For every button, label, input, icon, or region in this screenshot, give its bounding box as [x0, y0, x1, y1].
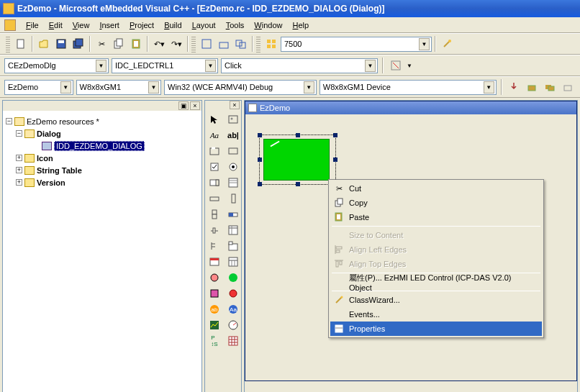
combobox-tool[interactable] [207, 176, 222, 190]
close-icon[interactable]: × [230, 101, 240, 109]
resize-handle[interactable] [296, 133, 300, 137]
sdk-combo[interactable]: W8x8xGM1▼ [76, 80, 161, 95]
edit-tool[interactable]: ab| [225, 128, 241, 142]
paste-button[interactable] [128, 36, 144, 52]
slider-tool[interactable] [207, 223, 222, 237]
tree-toggle[interactable]: − [16, 130, 22, 137]
checkbox-tool[interactable] [207, 160, 222, 174]
menu-edit[interactable]: Edit [45, 19, 67, 31]
resource-tree[interactable]: −EzDemo resources * −Dialog IDD_EZDEMO_D… [3, 111, 201, 193]
gauge-tool[interactable] [225, 318, 241, 332]
label-tool[interactable]: ab [207, 302, 222, 316]
wand-button[interactable] [439, 36, 455, 52]
output-button[interactable] [216, 36, 232, 52]
groupbox-tool[interactable] [207, 144, 222, 158]
menu-insert[interactable]: Insert [95, 19, 124, 31]
ctx-classwizard[interactable]: ClassWizard... [330, 293, 542, 307]
svg-point-32 [232, 165, 235, 168]
tree-toggle[interactable]: + [16, 167, 22, 173]
menu-tools[interactable]: Tools [222, 19, 249, 31]
tile-button[interactable] [263, 36, 279, 52]
tree-toggle[interactable]: − [6, 118, 12, 124]
dialog-designer[interactable]: EzDemo ✂Cut Copy Paste Size to Content A… [244, 100, 578, 392]
toolbar-grip[interactable] [256, 35, 260, 53]
listbox-tool[interactable] [225, 176, 241, 190]
menu-build[interactable]: Build [160, 19, 186, 31]
progress-tool[interactable] [225, 207, 241, 222]
menu-view[interactable]: View [68, 19, 94, 31]
static-text-tool[interactable]: Aa [207, 128, 222, 142]
led-tool[interactable] [225, 270, 241, 285]
custom-tool[interactable] [207, 270, 222, 285]
rebuild-button[interactable] [543, 79, 558, 95]
datetime-tool[interactable] [207, 255, 222, 269]
toolbar-grip[interactable] [191, 35, 196, 53]
menu-project[interactable]: Project [125, 19, 158, 31]
action-button[interactable] [388, 58, 404, 73]
monthcal-tool[interactable] [225, 255, 241, 269]
dialog-client[interactable]: ✂Cut Copy Paste Size to Content Align Le… [245, 114, 576, 380]
menu-help[interactable]: Help [289, 19, 314, 31]
toolbar-grip[interactable] [6, 35, 10, 53]
workspace-button[interactable] [199, 36, 214, 52]
device-combo[interactable]: W8x8xGM1 Device▼ [320, 80, 497, 95]
download-button[interactable] [507, 79, 522, 95]
ctx-cut[interactable]: ✂Cut [330, 181, 542, 196]
radio-tool[interactable] [225, 160, 241, 174]
save-button[interactable] [53, 36, 69, 52]
button-tool[interactable] [225, 144, 241, 158]
ctx-copy[interactable]: Copy [330, 196, 542, 210]
cut-button[interactable]: ✂ [94, 36, 109, 52]
hscroll-tool[interactable] [207, 191, 222, 206]
resize-handle[interactable] [333, 133, 337, 137]
redo-button[interactable]: ↷▾ [168, 36, 184, 52]
new-button[interactable] [13, 36, 29, 52]
resize-handle[interactable] [258, 133, 262, 137]
chevron-down-icon[interactable]: ▼ [419, 38, 430, 50]
resize-handle[interactable] [258, 158, 262, 162]
copy-button[interactable] [111, 36, 127, 52]
control-combo[interactable]: IDC_LEDCTRL1▼ [112, 58, 218, 73]
chart-tool[interactable] [207, 318, 222, 332]
ctx-events[interactable]: Events... [330, 307, 542, 322]
config-bar: EzDemo▼ W8x8xGM1▼ Win32 (WCE ARMV4I) Deb… [0, 76, 580, 98]
close-icon[interactable]: × [190, 101, 200, 110]
menu-file[interactable]: File [22, 19, 43, 31]
font-tool[interactable]: Aa [225, 302, 241, 316]
tree-toggle[interactable]: + [16, 179, 22, 186]
resize-handle[interactable] [296, 182, 300, 186]
custom2-tool[interactable] [207, 286, 222, 301]
pos-tool[interactable]: P↕S [207, 334, 222, 348]
folder-icon [24, 129, 35, 138]
grid-tool[interactable] [225, 334, 241, 348]
build-button[interactable] [525, 79, 540, 95]
tree-toggle[interactable]: + [16, 155, 22, 161]
windows-button[interactable] [233, 36, 249, 52]
menu-layout[interactable]: Layout [188, 19, 220, 31]
project-combo[interactable]: EzDemo▼ [4, 80, 73, 95]
ctx-properties[interactable]: Properties [330, 322, 542, 336]
ctx-paste[interactable]: Paste [330, 210, 542, 224]
open-button[interactable] [36, 36, 52, 52]
treectrl-tool[interactable] [207, 239, 222, 253]
find-combo[interactable]: 7500▼ [281, 37, 432, 52]
resize-handle[interactable] [333, 158, 337, 162]
tabctrl-tool[interactable] [225, 239, 241, 253]
class-combo[interactable]: CEzDemoDlg▼ [4, 58, 109, 73]
resize-handle[interactable] [258, 182, 262, 186]
dock-icon[interactable]: ▣ [178, 101, 189, 110]
saveall-button[interactable] [71, 36, 86, 52]
listctrl-tool[interactable] [225, 223, 241, 237]
custom3-tool[interactable] [225, 286, 241, 301]
event-combo[interactable]: Click▼ [221, 58, 378, 73]
spin-tool[interactable] [207, 207, 222, 222]
pointer-tool[interactable] [207, 112, 222, 127]
undo-button[interactable]: ↶▾ [151, 36, 167, 52]
tree-dlg-id[interactable]: IDD_EZDEMO_DIALOG [54, 141, 145, 151]
ctx-object-properties[interactable]: 屬性(P)... EzHMI LED Control (ICP-DAS V2.0… [330, 275, 542, 289]
config-combo[interactable]: Win32 (WCE ARMV4I) Debug▼ [164, 80, 317, 95]
stop-build-button[interactable] [561, 79, 576, 95]
menu-window[interactable]: Window [250, 19, 286, 31]
vscroll-tool[interactable] [225, 191, 241, 206]
picture-tool[interactable] [225, 112, 241, 127]
